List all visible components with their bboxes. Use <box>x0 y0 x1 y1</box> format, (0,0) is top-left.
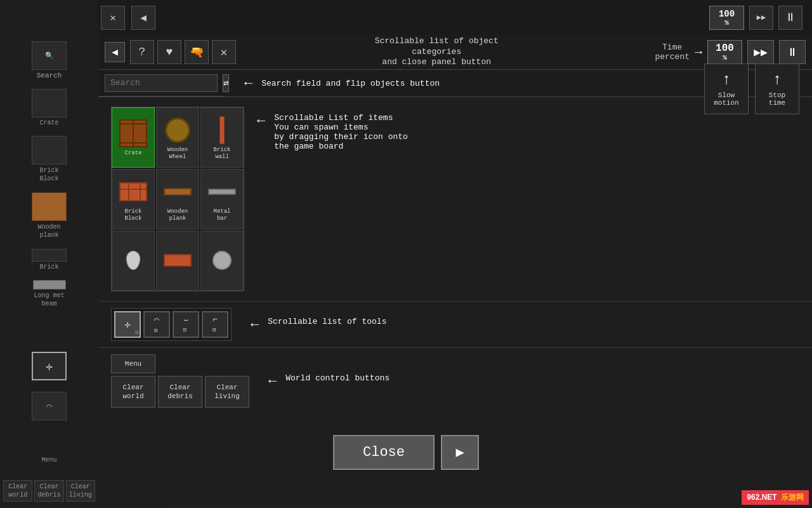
time-label: Time percent <box>655 43 690 62</box>
world-buttons-group: Menu Clearworld Cleardebris Clearliving <box>111 354 249 408</box>
bg-clear-world-btn[interactable]: Clearworld <box>3 480 32 502</box>
items-section: Crate WoodenWheel Brickwall <box>98 97 812 301</box>
brick-wall-icon <box>207 115 237 145</box>
bg-woodenplank-icon <box>32 192 67 221</box>
bg-sidebar-beam-label: Long metbeam <box>34 291 64 308</box>
search-annotation: ← Search field and flip objects button <box>225 76 440 91</box>
bg-sidebar-search[interactable]: 🔍 Search <box>0 38 98 83</box>
time-value: 100 <box>716 43 734 54</box>
bg-menu-label: Menu <box>3 457 95 464</box>
bg-search-icon-box: 🔍 <box>32 41 67 70</box>
bg-clear-debris-btn[interactable]: Cleardebris <box>34 480 63 502</box>
items-grid-container: Crate WoodenWheel Brickwall <box>111 107 244 291</box>
bg-sidebar-crate-label: Crate <box>39 119 58 126</box>
bg-sidebar-woodenplank[interactable]: Woodenplank <box>0 189 98 243</box>
bg-brickblock-icon <box>32 136 67 164</box>
brick2-icon <box>162 245 193 276</box>
bg-sidebar-beam[interactable]: Long metbeam <box>0 277 98 311</box>
bg-left-sidebar: 🔍 Search Crate BrickBlock Woodenplank Br… <box>0 0 98 508</box>
time-value-display: 100 % <box>707 40 742 64</box>
metal-bar-label: Metalbar <box>213 208 230 222</box>
tool-spring[interactable]: ⌣⊡ <box>173 311 199 338</box>
play-button[interactable]: ▶ <box>441 435 479 470</box>
item-teardrop[interactable] <box>112 231 155 291</box>
bg-attach-tool-icon: ⌒ <box>32 392 67 420</box>
bg-sidebar-crate[interactable]: Crate <box>0 86 98 130</box>
nav-close-tab[interactable]: ✕ <box>212 40 236 64</box>
pause-button[interactable]: ⏸ <box>779 40 806 64</box>
wooden-plank-icon <box>162 177 193 207</box>
bg-sidebar-attach-tool[interactable]: ⌒ <box>3 389 95 425</box>
nav-gun-tab[interactable]: 🔫 <box>185 40 209 64</box>
tools-arrow-icon: ← <box>251 317 259 333</box>
bg-pause-button[interactable]: ⏸ <box>778 6 802 30</box>
bg-clear-living-btn[interactable]: Clearliving <box>66 480 95 502</box>
item-brick2[interactable] <box>156 231 199 291</box>
move-tool-icon: ✛ <box>124 318 131 331</box>
brick-wall-label: Brickwall <box>213 147 230 161</box>
world-buttons: Clearworld Cleardebris Clearliving <box>111 376 249 408</box>
bg-sidebar-tools-bottom: ✛ ⌒ <box>0 345 98 432</box>
grab-tool-icon: ⌐⊡ <box>213 315 218 334</box>
tool-attach[interactable]: ⌒⊡ <box>143 311 170 338</box>
slow-motion-button[interactable]: ↑ Slow motion <box>704 64 749 114</box>
item-ball[interactable] <box>200 231 244 291</box>
bg-brick-icon <box>32 249 67 262</box>
brick-block-label: BrickBlock <box>124 208 141 222</box>
items-annotation: ← Scrollable List of items You can spawn… <box>257 107 408 291</box>
menu-button[interactable]: Menu <box>111 354 155 373</box>
bg-crate-icon <box>32 89 67 117</box>
clear-world-button[interactable]: Clearworld <box>111 376 155 408</box>
bg-back-icon[interactable]: ◀ <box>131 6 155 30</box>
tool-grab[interactable]: ⌐⊡ <box>202 311 228 338</box>
tool-move[interactable]: ✛ ⊡ <box>114 311 141 338</box>
item-metal-bar[interactable]: Metalbar <box>200 169 244 229</box>
crate-icon <box>118 118 148 149</box>
stop-time-arrow-icon: ↑ <box>773 71 782 88</box>
tools-row: ✛ ⊡ ⌒⊡ ⌣⊡ ⌐⊡ <box>111 308 232 341</box>
item-brick-block[interactable]: BrickBlock <box>112 169 155 229</box>
close-button[interactable]: Close <box>333 435 435 470</box>
item-crate[interactable]: Crate <box>112 107 155 168</box>
wooden-wheel-label: WoodenWheel <box>167 147 188 161</box>
fast-forward-button[interactable]: ▶▶ <box>747 40 774 64</box>
brick-block-icon <box>118 177 148 207</box>
crate-label: Crate <box>124 150 141 157</box>
scrollable-categories-label: Scrollable list of object categories and… <box>373 36 500 69</box>
watermark-le: 乐游网 <box>781 493 804 502</box>
world-annotation-row: ← World control buttons <box>256 373 390 389</box>
stop-time-button[interactable]: ↑ Stop time <box>755 64 799 114</box>
search-annotation-text: Search field and flip objects button <box>261 79 440 88</box>
bg-sidebar-brick[interactable]: Brick <box>0 246 98 274</box>
metal-bar-icon <box>207 177 237 207</box>
bg-move-tool-icon: ✛ <box>32 352 67 380</box>
time-section: Time percent → 100 % <box>655 40 742 64</box>
bg-ff-button[interactable]: ▶▶ <box>749 6 773 30</box>
nav-heart-tab[interactable]: ♥ <box>157 40 181 64</box>
spring-tool-icon: ⌣⊡ <box>183 315 189 334</box>
nav-question-tab[interactable]: ? <box>130 40 154 64</box>
bg-sword-icon[interactable]: ✕ <box>101 6 125 30</box>
bg-time-value: 100 <box>719 9 735 19</box>
item-wooden-wheel[interactable]: WoodenWheel <box>156 107 199 168</box>
items-annotation-row: ← Scrollable List of items You can spawn… <box>257 113 408 151</box>
clear-debris-button[interactable]: Cleardebris <box>158 376 202 408</box>
bg-sidebar-woodenplank-label: Woodenplank <box>37 223 60 239</box>
bg-sidebar-brickblock[interactable]: BrickBlock <box>0 133 98 186</box>
bg-time-percent-display: 100 % <box>709 6 744 30</box>
item-brick-wall[interactable]: Brickwall <box>200 107 244 168</box>
bg-beam-icon <box>33 280 66 290</box>
clear-living-button[interactable]: Clearliving <box>205 376 249 408</box>
search-arrow-icon: ← <box>244 76 252 91</box>
bg-sidebar-move-tool[interactable]: ✛ <box>3 349 95 385</box>
item-wooden-plank[interactable]: Woodenplank <box>156 169 199 229</box>
watermark: 962.NET 乐游网 <box>742 490 809 505</box>
panel-nav-icons: ? ♥ 🔫 ✕ <box>130 40 236 64</box>
search-input[interactable] <box>105 74 218 92</box>
ball-icon <box>207 245 237 276</box>
bg-sidebar-brick-label: Brick <box>39 264 58 271</box>
bg-sidebar-brickblock-label: BrickBlock <box>39 166 58 183</box>
wooden-wheel-icon <box>162 115 193 145</box>
panel-back-arrow[interactable]: ◀ <box>105 42 125 62</box>
world-arrow-icon: ← <box>268 373 277 389</box>
